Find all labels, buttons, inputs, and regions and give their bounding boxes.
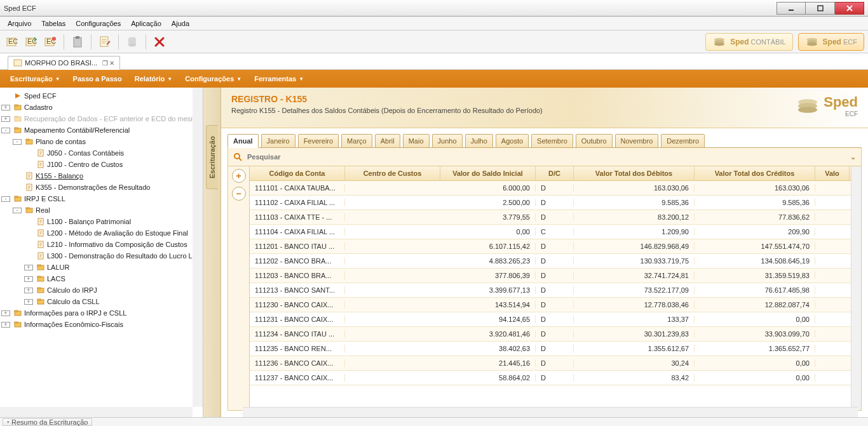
maximize-button[interactable] [806, 2, 835, 15]
period-tab-fevereiro[interactable]: Fevereiro [298, 134, 339, 148]
module-menu-escrituração[interactable]: Escrituração▼ [4, 72, 67, 85]
tree-expander-icon[interactable]: - [13, 139, 22, 145]
tree-node[interactable]: Sped ECF [1, 90, 201, 102]
tree-node[interactable]: +LACS [1, 273, 201, 284]
ecf-export-icon[interactable]: ECF [42, 34, 58, 50]
period-tab-setembro[interactable]: Setembro [531, 134, 573, 148]
table-row[interactable]: 111237 - BANCO CAIX...58.864,02D83,420,0… [250, 371, 851, 385]
tree-expander-icon[interactable]: + [24, 299, 33, 305]
tree-node[interactable]: -Mapeamento Contábil/Referencial [1, 124, 201, 136]
menu-tabelas[interactable]: Tabelas [36, 18, 71, 29]
period-tab-novembro[interactable]: Novembro [615, 134, 659, 148]
column-header[interactable]: Valor Total dos Débitos [574, 166, 695, 180]
menu-aplicação[interactable]: Aplicação [126, 18, 166, 29]
column-header[interactable]: D/C [536, 166, 574, 180]
tree-expander-icon[interactable]: + [1, 322, 10, 328]
tree-node[interactable]: +Recuperação de Dados - ECF anterior e E… [1, 113, 201, 124]
tree-node[interactable]: +Informações para o IRPJ e CSLL [1, 307, 201, 319]
table-row[interactable]: 111236 - BANCO CAIX...21.445,16D30,240,0… [250, 356, 851, 371]
period-tab-junho[interactable]: Junho [432, 134, 463, 148]
sped-contabil-button[interactable]: Sped CONTÁBIL [705, 33, 792, 51]
tree-node[interactable]: +Cálculo do IRPJ [1, 284, 201, 296]
sidebar-hscrollbar[interactable] [0, 407, 193, 417]
period-tab-março[interactable]: Março [341, 134, 372, 148]
tree-expander-icon[interactable]: + [1, 310, 10, 316]
sped-ecf-button[interactable]: Sped ECF [798, 33, 864, 51]
table-row[interactable]: 111101 - CAIXA TAUBA...6.000,00D163.030,… [250, 181, 851, 196]
minimize-button[interactable] [776, 2, 806, 15]
tree-node[interactable]: -Plano de contas [1, 136, 201, 147]
period-tab-anual[interactable]: Anual [227, 134, 259, 148]
tree-node[interactable]: L210 - Informativo da Composição de Cust… [1, 239, 201, 250]
tree-node[interactable]: +Cálculo da CSLL [1, 296, 201, 307]
tree-node[interactable]: -IRPJ E CSLL [1, 193, 201, 204]
tree-expander-icon[interactable]: - [1, 128, 10, 133]
table-row[interactable]: 111234 - BANCO ITAU ...3.920.481,46D30.3… [250, 327, 851, 342]
table-row[interactable]: 111213 - BANCO SANT...3.399.677,13D73.52… [250, 283, 851, 298]
tree-expander-icon[interactable]: - [1, 196, 10, 202]
document-tab[interactable]: MORPHO DO BRASI... ❐ ✕ [8, 56, 120, 70]
table-row[interactable]: 111231 - BANCO CAIX...94.124,65D133,370,… [250, 312, 851, 327]
tree-node[interactable]: +LALUR [1, 262, 201, 273]
database-icon[interactable] [124, 34, 140, 50]
tree-node[interactable]: L200 - Método de Avaliação do Estoque Fi… [1, 227, 201, 239]
column-header[interactable]: Valo [815, 166, 850, 180]
period-tab-dezembro[interactable]: Dezembro [661, 134, 705, 148]
tree-expander-icon[interactable]: + [24, 276, 33, 282]
table-row[interactable]: 111104 - CAIXA FILIAL ...0,00C1.209,9020… [250, 225, 851, 239]
period-tab-julho[interactable]: Julho [465, 134, 493, 148]
column-header[interactable]: Código da Conta [250, 166, 345, 180]
table-row[interactable]: 111202 - BANCO BRA...4.883.265,23D130.93… [250, 254, 851, 269]
table-row[interactable]: 111102 - CAIXA FILIAL ...2.500,00D9.585,… [250, 196, 851, 210]
expand-search-icon[interactable]: ⌄ [850, 153, 856, 161]
remove-row-button[interactable]: − [232, 187, 246, 201]
doc-restore-icon[interactable]: ❐ [102, 60, 108, 67]
period-tab-maio[interactable]: Maio [403, 134, 430, 148]
tree-expander-icon[interactable]: + [1, 105, 10, 110]
clipboard-icon[interactable] [69, 34, 86, 50]
period-tab-agosto[interactable]: Agosto [496, 134, 529, 148]
period-tab-janeiro[interactable]: Janeiro [261, 134, 295, 148]
grid-vscrollbar[interactable] [851, 166, 861, 410]
table-row[interactable]: 111103 - CAIXA TTE - ...3.779,55D83.200,… [250, 210, 851, 225]
module-menu-passo-a-passo[interactable]: Passo a Passo [67, 72, 128, 85]
ecf-new-icon[interactable]: ECF [4, 34, 20, 50]
grid-hscrollbar[interactable] [243, 407, 858, 417]
module-menu-relatório[interactable]: Relatório▼ [128, 72, 179, 85]
add-row-button[interactable]: + [232, 169, 246, 183]
period-tab-abril[interactable]: Abril [375, 134, 400, 148]
menu-configurações[interactable]: Configurações [71, 18, 126, 29]
delete-icon[interactable] [151, 34, 168, 50]
ecf-import-icon[interactable]: ECF [23, 34, 39, 50]
tree-node[interactable]: J100 - Centro de Custos [1, 159, 201, 170]
column-header[interactable]: Valor do Saldo Inicial [440, 166, 536, 180]
module-menu-ferramentas[interactable]: Ferramentas▼ [248, 72, 310, 85]
tree-node[interactable]: -Real [1, 204, 201, 216]
tree-node[interactable]: K155 - Balanço [1, 170, 201, 182]
table-row[interactable]: 111235 - BANCO REN...38.402,63D1.355.612… [250, 342, 851, 356]
doc-close-icon[interactable]: ✕ [109, 60, 114, 67]
table-row[interactable]: 111201 - BANCO ITAU ...6.107.115,42D146.… [250, 239, 851, 254]
tree-expander-icon[interactable]: + [24, 265, 33, 270]
status-summary-button[interactable]: Resumo da Escrituração [3, 418, 92, 426]
table-row[interactable]: 111203 - BANCO BRA...377.806,39D32.741.7… [250, 269, 851, 283]
escrituracao-vtab[interactable]: Escrituração [206, 125, 218, 189]
column-header[interactable]: Valor Total dos Créditos [695, 166, 815, 180]
column-header[interactable]: Centro de Custos [345, 166, 440, 180]
tree-expander-icon[interactable]: - [13, 208, 22, 213]
notes-icon[interactable] [97, 34, 113, 50]
sidebar-vscrollbar[interactable] [193, 88, 203, 407]
menu-ajuda[interactable]: Ajuda [166, 18, 194, 29]
tree-node[interactable]: K355 - Demonstrações de Resultado [1, 182, 201, 193]
tree-node[interactable]: +Informações Econômico-Fiscais [1, 319, 201, 330]
tree-expander-icon[interactable]: + [24, 288, 33, 293]
tree-node[interactable]: J050 - Contas Contábeis [1, 147, 201, 159]
tree-node[interactable]: L100 - Balanço Patrimonial [1, 216, 201, 227]
menu-arquivo[interactable]: Arquivo [3, 18, 36, 29]
module-menu-configurações[interactable]: Configurações▼ [179, 72, 248, 85]
tree-node[interactable]: +Cadastro [1, 102, 201, 113]
tree-expander-icon[interactable]: + [1, 116, 10, 122]
tree-node[interactable]: L300 - Demonstração do Resultado do Lucr… [1, 250, 201, 262]
period-tab-outubro[interactable]: Outubro [576, 134, 613, 148]
search-input[interactable] [247, 153, 845, 161]
